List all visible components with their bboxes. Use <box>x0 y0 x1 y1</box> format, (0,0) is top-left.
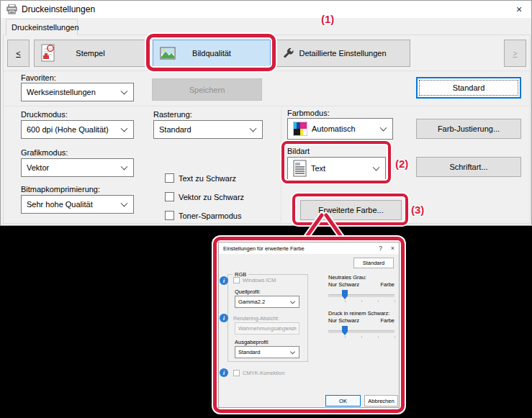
info-icon: i <box>220 368 228 377</box>
bitmap-compression-dropdown[interactable]: Sehr hohe Qualität <box>21 195 134 214</box>
scale-left-label: Nur Schwarz <box>328 281 359 288</box>
dialog-title-bar: Einstellungen für erweiterte Farbe <box>219 242 399 254</box>
slider-tick <box>395 300 395 302</box>
chevron-down-icon <box>373 164 380 171</box>
print-settings-window: Druckeinstellungen × Druckeinstellungen … <box>0 0 532 226</box>
pure-black-slider[interactable] <box>328 325 395 338</box>
image-type-value: Text <box>311 164 325 173</box>
info-icon: i <box>220 276 228 285</box>
info-icon: i <box>220 314 228 322</box>
color-mode-label: Farbmodus: <box>287 109 330 117</box>
toolbar-detailed-settings-label: Detaillierte Einstellungen <box>299 49 386 58</box>
chevron-down-icon <box>290 299 295 304</box>
slider-thumb[interactable] <box>342 326 348 335</box>
chevron-down-icon <box>121 125 128 132</box>
image-type-dropdown[interactable]: Text <box>287 157 386 180</box>
window-close-icon[interactable]: × <box>507 1 531 18</box>
tab-label: Druckeinstellungen <box>12 23 79 32</box>
scale-right-label: Farbe <box>380 317 395 324</box>
color-mode-dropdown[interactable]: Automatisch <box>287 118 393 140</box>
color-mode-value: Automatisch <box>312 124 356 133</box>
windows-icm-checkbox[interactable]: Windows ICM <box>233 277 276 283</box>
font-button[interactable]: Schriftart... <box>416 157 521 177</box>
rendering-intent-label: Rendering-Absicht: <box>233 315 279 322</box>
favorites-label: Favoriten: <box>21 73 56 82</box>
slider-tick <box>361 300 362 302</box>
wrench-icon <box>282 47 294 60</box>
source-profile-value: Gamma2.2 <box>238 299 265 305</box>
graphics-mode-dropdown[interactable]: Vektor <box>21 158 134 177</box>
bitmap-compression-label: Bitmapkomprimierung: <box>21 185 100 194</box>
dialog-help-icon[interactable]: ? <box>374 242 387 254</box>
output-profile-value: Standard <box>238 349 260 355</box>
chevron-down-icon <box>121 88 128 95</box>
print-mode-label: Druckmodus: <box>21 110 68 119</box>
rendering-intent-value: Wahrnehmungsabgleich <box>238 325 297 332</box>
tab-druckeinstellungen[interactable]: Druckeinstellungen <box>6 19 78 35</box>
slider-thumb[interactable] <box>342 290 348 299</box>
advanced-color-button[interactable]: Erweiterte Farbe... <box>300 200 402 220</box>
toolbar-image-quality-button[interactable]: Bildqualität <box>153 40 271 67</box>
favorites-dropdown[interactable]: Werkseinstellungen <box>21 83 134 101</box>
checkbox-box <box>165 211 174 220</box>
dialog-close-icon[interactable]: × <box>387 242 399 254</box>
favorites-value: Werkseinstellungen <box>27 88 96 96</box>
title-bar: Druckeinstellungen <box>1 1 531 18</box>
chevron-down-icon <box>380 124 387 132</box>
neutral-gray-slider[interactable] <box>328 289 395 302</box>
toolbar-stamp-label: Stempel <box>76 49 104 58</box>
screening-label: Rasterung: <box>153 110 192 119</box>
checkbox-box <box>233 277 240 283</box>
callout-label-3: (3) <box>411 204 424 216</box>
default-button[interactable]: Standard <box>416 77 521 99</box>
screening-dropdown[interactable]: Standard <box>153 120 263 139</box>
chevron-down-icon <box>290 349 295 354</box>
toner-save-checkbox[interactable]: Toner-Sparmodus <box>165 211 241 220</box>
cancel-button[interactable]: Abbrechen <box>364 395 398 406</box>
print-mode-dropdown[interactable]: 600 dpi (Hohe Qualität) <box>21 120 134 139</box>
save-button[interactable]: Speichern <box>152 78 262 101</box>
ok-button[interactable]: OK <box>325 395 361 406</box>
cmyk-correction-label: CMYK-Korrektion <box>243 370 284 376</box>
text-document-icon <box>293 160 307 177</box>
dialog-default-button[interactable]: Standard <box>353 258 394 268</box>
checkbox-box <box>165 192 174 201</box>
slider-tick <box>345 336 346 338</box>
neutral-gray-scale-labels: Nur Schwarz Farbe <box>328 281 395 288</box>
slider-track <box>328 294 395 297</box>
windows-icm-label: Windows ICM <box>243 277 276 283</box>
graphics-mode-label: Grafikmodus: <box>21 148 68 157</box>
toner-save-label: Toner-Sparmodus <box>179 212 241 220</box>
source-profile-dropdown[interactable]: Gamma2.2 <box>235 296 299 308</box>
toolbar-next-button[interactable]: > <box>504 40 526 67</box>
neutral-gray-label: Neutrales Grau: <box>328 274 366 281</box>
toolbar-prev-button[interactable]: < <box>7 40 30 67</box>
divider <box>281 109 281 222</box>
output-profile-dropdown[interactable]: Standard <box>235 346 299 358</box>
output-profile-label: Ausgabeprofil: <box>235 339 269 345</box>
scale-right-label: Farbe <box>380 281 395 288</box>
screening-value: Standard <box>159 125 191 134</box>
rendering-intent-dropdown[interactable]: Wahrnehmungsabgleich <box>235 322 299 335</box>
text-to-black-label: Text zu Schwarz <box>179 174 236 183</box>
toolbar-stamp-button[interactable]: Stempel <box>34 40 147 67</box>
slider-tick <box>361 336 362 338</box>
text-to-black-checkbox[interactable]: Text zu Schwarz <box>165 173 236 183</box>
print-mode-value: 600 dpi (Hohe Qualität) <box>27 125 109 134</box>
color-adjustment-button[interactable]: Farb-Justierung... <box>416 119 521 139</box>
slider-tick <box>378 336 379 338</box>
separator <box>4 71 530 71</box>
window-title: Druckeinstellungen <box>22 4 95 14</box>
vector-to-black-checkbox[interactable]: Vektor zu Schwarz <box>165 192 244 201</box>
checkbox-box <box>165 173 174 183</box>
slider-tick <box>345 300 346 302</box>
slider-tick <box>378 300 379 302</box>
separator <box>4 106 530 106</box>
toolbar-detailed-settings-button[interactable]: Detaillierte Einstellungen <box>275 40 410 67</box>
cmyk-correction-checkbox[interactable]: CMYK-Korrektion <box>233 370 284 376</box>
image-type-label: Bildart <box>287 147 310 155</box>
graphics-mode-value: Vektor <box>27 163 49 172</box>
callout-label-2: (2) <box>395 158 408 170</box>
chevron-down-icon <box>121 200 128 207</box>
chevron-down-icon <box>121 163 128 171</box>
